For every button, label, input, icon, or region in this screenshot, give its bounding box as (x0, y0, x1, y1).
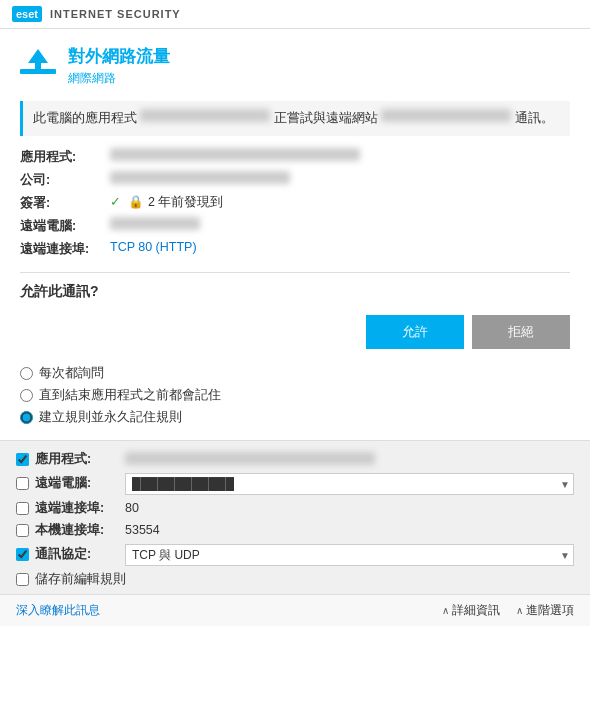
ip-blurred (381, 109, 511, 122)
remote-pc-rule-row: 遠端電腦: ████████████ ▼ (16, 473, 574, 495)
radio-item-3[interactable]: 建立規則並永久記住規則 (20, 409, 570, 426)
remote-port-rule-row: 遠端連接埠: 80 (16, 500, 574, 517)
remote-pc-checkbox[interactable] (16, 477, 29, 490)
details-chevron-icon: ∧ (442, 605, 449, 616)
company-label: 公司: (20, 171, 110, 189)
app-checkbox[interactable] (16, 453, 29, 466)
save-rule-checkbox[interactable] (16, 573, 29, 586)
subtitle: 網際網路 (68, 70, 170, 87)
eset-logo: eset (12, 6, 42, 22)
save-rule-label: 儲存前編輯規則 (35, 571, 126, 588)
advanced-link-label: 進階選項 (526, 602, 574, 619)
signature-label: 簽署: (20, 194, 110, 212)
check-icon: ✓ (110, 195, 121, 209)
help-link[interactable]: 深入瞭解此訊息 (16, 602, 100, 619)
info-suffix: 通訊。 (515, 111, 554, 125)
advanced-chevron-icon: ∧ (516, 605, 523, 616)
remote-pc-value (110, 217, 570, 235)
allow-button[interactable]: 允許 (366, 315, 464, 349)
protocol-checkbox[interactable] (16, 548, 29, 561)
top-bar-title: INTERNET SECURITY (50, 8, 181, 20)
info-banner: 此電腦的應用程式 正嘗試與遠端網站 通訊。 (20, 101, 570, 136)
footer: 深入瞭解此訊息 ∧ 詳細資訊 ∧ 進階選項 (0, 594, 590, 626)
eset-logo-box: eset (12, 6, 42, 22)
remote-pc-select[interactable]: ████████████ (125, 473, 574, 495)
signature-text: 🔒 (128, 195, 147, 209)
radio-until-close[interactable] (20, 389, 33, 402)
remote-pc-rule-label: 遠端電腦: (35, 475, 119, 492)
detail-grid: 應用程式: 公司: 簽署: ✓ 🔒 2 年前發現到 遠端電腦: 遠端連接埠: (20, 148, 570, 258)
header-text: 對外網路流量 網際網路 (68, 45, 170, 87)
protocol-rule-row: 通訊協定: TCP 與 UDP TCP UDP ▼ (16, 544, 574, 566)
radio-item-1[interactable]: 每次都詢問 (20, 365, 570, 382)
remote-port-checkbox[interactable] (16, 502, 29, 515)
divider-1 (20, 272, 570, 273)
info-prefix: 此電腦的應用程式 (33, 111, 137, 125)
app-value (110, 148, 570, 166)
footer-right: ∧ 詳細資訊 ∧ 進階選項 (442, 602, 574, 619)
allow-question: 允許此通訊? (20, 283, 570, 301)
company-value-blurred (110, 171, 290, 184)
remote-port-rule-value: 80 (125, 501, 574, 515)
svg-rect-2 (35, 63, 41, 71)
remote-pc-label: 遠端電腦: (20, 217, 110, 235)
radio-ask-each-time[interactable] (20, 367, 33, 380)
app-value-blurred (110, 148, 360, 161)
protocol-rule-label: 通訊協定: (35, 546, 119, 563)
local-port-rule-label: 本機連接埠: (35, 522, 119, 539)
remote-port-label: 遠端連接埠: (20, 240, 110, 258)
buttons-row: 允許 拒絕 (20, 315, 570, 349)
local-port-rule-value: 53554 (125, 523, 574, 537)
details-link-label: 詳細資訊 (452, 602, 500, 619)
radio-group: 每次都詢問 直到結束應用程式之前都會記住 建立規則並永久記住規則 (20, 365, 570, 426)
app-rule-value-blurred (125, 452, 375, 465)
info-middle: 正嘗試與遠端網站 (274, 111, 378, 125)
protocol-select-wrapper: TCP 與 UDP TCP UDP ▼ (125, 544, 574, 566)
app-label: 應用程式: (20, 148, 110, 166)
top-bar: eset INTERNET SECURITY (0, 0, 590, 29)
advanced-link[interactable]: ∧ 進階選項 (516, 602, 574, 619)
header-section: 對外網路流量 網際網路 (20, 45, 570, 87)
protocol-select[interactable]: TCP 與 UDP TCP UDP (125, 544, 574, 566)
deny-button[interactable]: 拒絕 (472, 315, 570, 349)
company-value (110, 171, 570, 189)
radio-label-1: 每次都詢問 (39, 365, 104, 382)
page-title: 對外網路流量 (68, 45, 170, 68)
local-port-rule-row: 本機連接埠: 53554 (16, 522, 574, 539)
local-port-checkbox[interactable] (16, 524, 29, 537)
signature-value: ✓ 🔒 2 年前發現到 (110, 194, 570, 212)
main-content: 對外網路流量 網際網路 此電腦的應用程式 正嘗試與遠端網站 通訊。 應用程式: … (0, 29, 590, 426)
radio-item-2[interactable]: 直到結束應用程式之前都會記住 (20, 387, 570, 404)
upload-icon (20, 47, 56, 83)
app-rule-value (125, 452, 574, 466)
app-rule-row: 應用程式: (16, 451, 574, 468)
details-link[interactable]: ∧ 詳細資訊 (442, 602, 500, 619)
remote-pc-blurred (110, 217, 200, 230)
remote-port-value: TCP 80 (HTTP) (110, 240, 570, 258)
radio-label-2: 直到結束應用程式之前都會記住 (39, 387, 221, 404)
radio-create-rule[interactable] (20, 411, 33, 424)
remote-port-rule-label: 遠端連接埠: (35, 500, 119, 517)
remote-pc-select-wrapper: ████████████ ▼ (125, 473, 574, 495)
app-name-blurred (140, 109, 270, 122)
bottom-panel: 應用程式: 遠端電腦: ████████████ ▼ 遠端連接埠: 80 本機連… (0, 440, 590, 594)
svg-marker-1 (28, 49, 48, 63)
radio-label-3: 建立規則並永久記住規則 (39, 409, 182, 426)
app-rule-label: 應用程式: (35, 451, 119, 468)
save-rule-row: 儲存前編輯規則 (16, 571, 574, 588)
